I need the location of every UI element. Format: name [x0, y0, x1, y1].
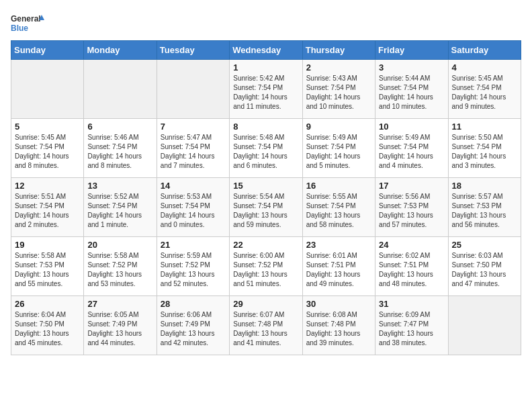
cell-content: Sunrise: 6:09 AMSunset: 7:47 PMDaylight:…: [379, 310, 444, 348]
calendar-cell: 16Sunrise: 5:55 AMSunset: 7:54 PMDayligh…: [302, 178, 375, 237]
svg-text:Blue: Blue: [11, 24, 28, 33]
calendar-cell: [157, 60, 229, 119]
day-number: 6: [87, 122, 152, 132]
day-number: 18: [452, 181, 517, 191]
calendar-cell: 18Sunrise: 5:57 AMSunset: 7:53 PMDayligh…: [448, 178, 521, 237]
cell-content: Sunrise: 6:03 AMSunset: 7:50 PMDaylight:…: [452, 251, 517, 289]
cell-content: Sunrise: 5:49 AMSunset: 7:54 PMDaylight:…: [379, 133, 444, 171]
calendar-cell: 24Sunrise: 6:02 AMSunset: 7:51 PMDayligh…: [375, 237, 448, 296]
cell-content: Sunrise: 6:06 AMSunset: 7:49 PMDaylight:…: [161, 310, 226, 348]
day-header-saturday: Saturday: [448, 41, 521, 60]
cell-content: Sunrise: 5:56 AMSunset: 7:53 PMDaylight:…: [379, 192, 444, 230]
day-header-sunday: Sunday: [11, 41, 84, 60]
calendar-cell: 17Sunrise: 5:56 AMSunset: 7:53 PMDayligh…: [375, 178, 448, 237]
day-number: 12: [15, 181, 80, 191]
day-header-friday: Friday: [375, 41, 448, 60]
day-number: 23: [306, 240, 371, 250]
calendar-cell: 20Sunrise: 5:58 AMSunset: 7:52 PMDayligh…: [84, 237, 157, 296]
cell-content: Sunrise: 6:01 AMSunset: 7:51 PMDaylight:…: [306, 251, 371, 289]
calendar-cell: 8Sunrise: 5:48 AMSunset: 7:54 PMDaylight…: [230, 119, 302, 178]
day-number: 1: [233, 62, 298, 73]
calendar-cell: 3Sunrise: 5:44 AMSunset: 7:54 PMDaylight…: [375, 60, 448, 119]
cell-content: Sunrise: 5:45 AMSunset: 7:54 PMDaylight:…: [452, 74, 517, 111]
calendar-cell: 11Sunrise: 5:50 AMSunset: 7:54 PMDayligh…: [448, 119, 521, 178]
cell-content: Sunrise: 5:51 AMSunset: 7:54 PMDaylight:…: [15, 192, 80, 230]
cell-content: Sunrise: 5:48 AMSunset: 7:54 PMDaylight:…: [233, 133, 298, 171]
day-number: 19: [15, 240, 80, 250]
logo: General Blue: [11, 11, 44, 38]
calendar-cell: 28Sunrise: 6:06 AMSunset: 7:49 PMDayligh…: [157, 296, 229, 355]
day-number: 31: [379, 299, 444, 309]
header-row: SundayMondayTuesdayWednesdayThursdayFrid…: [11, 41, 521, 60]
day-number: 7: [161, 122, 226, 132]
day-number: 16: [306, 181, 371, 191]
day-header-tuesday: Tuesday: [157, 41, 229, 60]
day-header-monday: Monday: [84, 41, 157, 60]
cell-content: Sunrise: 6:05 AMSunset: 7:49 PMDaylight:…: [87, 310, 152, 348]
cell-content: Sunrise: 6:08 AMSunset: 7:48 PMDaylight:…: [306, 310, 371, 348]
week-row-4: 19Sunrise: 5:58 AMSunset: 7:53 PMDayligh…: [11, 237, 521, 296]
day-number: 29: [233, 299, 298, 309]
cell-content: Sunrise: 6:07 AMSunset: 7:48 PMDaylight:…: [233, 310, 298, 348]
cell-content: Sunrise: 5:58 AMSunset: 7:53 PMDaylight:…: [15, 251, 80, 289]
cell-content: Sunrise: 5:54 AMSunset: 7:54 PMDaylight:…: [233, 192, 298, 230]
calendar-cell: 12Sunrise: 5:51 AMSunset: 7:54 PMDayligh…: [11, 178, 84, 237]
calendar-cell: 9Sunrise: 5:49 AMSunset: 7:54 PMDaylight…: [302, 119, 375, 178]
week-row-2: 5Sunrise: 5:45 AMSunset: 7:54 PMDaylight…: [11, 119, 521, 178]
day-number: 24: [379, 240, 444, 250]
calendar-cell: 14Sunrise: 5:53 AMSunset: 7:54 PMDayligh…: [157, 178, 229, 237]
calendar-cell: 30Sunrise: 6:08 AMSunset: 7:48 PMDayligh…: [302, 296, 375, 355]
cell-content: Sunrise: 5:58 AMSunset: 7:52 PMDaylight:…: [87, 251, 152, 289]
day-number: 20: [87, 240, 152, 250]
day-number: 10: [379, 122, 444, 132]
cell-content: Sunrise: 6:02 AMSunset: 7:51 PMDaylight:…: [379, 251, 444, 289]
day-number: 11: [452, 122, 517, 132]
cell-content: Sunrise: 6:00 AMSunset: 7:52 PMDaylight:…: [233, 251, 298, 289]
calendar-cell: 23Sunrise: 6:01 AMSunset: 7:51 PMDayligh…: [302, 237, 375, 296]
day-header-thursday: Thursday: [302, 41, 375, 60]
day-number: 25: [452, 240, 517, 250]
calendar-cell: 6Sunrise: 5:46 AMSunset: 7:54 PMDaylight…: [84, 119, 157, 178]
calendar-cell: 29Sunrise: 6:07 AMSunset: 7:48 PMDayligh…: [230, 296, 302, 355]
calendar-cell: 15Sunrise: 5:54 AMSunset: 7:54 PMDayligh…: [230, 178, 302, 237]
logo-svg: General Blue: [11, 11, 44, 38]
day-number: 28: [161, 299, 226, 309]
day-number: 4: [452, 62, 517, 73]
calendar-cell: 19Sunrise: 5:58 AMSunset: 7:53 PMDayligh…: [11, 237, 84, 296]
calendar-cell: 13Sunrise: 5:52 AMSunset: 7:54 PMDayligh…: [84, 178, 157, 237]
calendar-cell: 26Sunrise: 6:04 AMSunset: 7:50 PMDayligh…: [11, 296, 84, 355]
day-header-wednesday: Wednesday: [230, 41, 302, 60]
day-number: 8: [233, 122, 298, 132]
cell-content: Sunrise: 5:45 AMSunset: 7:54 PMDaylight:…: [15, 133, 80, 171]
cell-content: Sunrise: 5:42 AMSunset: 7:54 PMDaylight:…: [233, 74, 298, 111]
day-number: 5: [15, 122, 80, 132]
cell-content: Sunrise: 5:49 AMSunset: 7:54 PMDaylight:…: [306, 133, 371, 171]
calendar-cell: 22Sunrise: 6:00 AMSunset: 7:52 PMDayligh…: [230, 237, 302, 296]
day-number: 26: [15, 299, 80, 309]
cell-content: Sunrise: 6:04 AMSunset: 7:50 PMDaylight:…: [15, 310, 80, 348]
cell-content: Sunrise: 5:50 AMSunset: 7:54 PMDaylight:…: [452, 133, 517, 171]
day-number: 13: [87, 181, 152, 191]
cell-content: Sunrise: 5:47 AMSunset: 7:54 PMDaylight:…: [161, 133, 226, 171]
calendar-cell: 4Sunrise: 5:45 AMSunset: 7:54 PMDaylight…: [448, 60, 521, 119]
cell-content: Sunrise: 5:59 AMSunset: 7:52 PMDaylight:…: [161, 251, 226, 289]
cell-content: Sunrise: 5:52 AMSunset: 7:54 PMDaylight:…: [87, 192, 152, 230]
week-row-1: 1Sunrise: 5:42 AMSunset: 7:54 PMDaylight…: [11, 60, 521, 119]
calendar-cell: 27Sunrise: 6:05 AMSunset: 7:49 PMDayligh…: [84, 296, 157, 355]
calendar-cell: [448, 296, 521, 355]
calendar-cell: 25Sunrise: 6:03 AMSunset: 7:50 PMDayligh…: [448, 237, 521, 296]
day-number: 9: [306, 122, 371, 132]
day-number: 14: [161, 181, 226, 191]
calendar-cell: 5Sunrise: 5:45 AMSunset: 7:54 PMDaylight…: [11, 119, 84, 178]
day-number: 22: [233, 240, 298, 250]
day-number: 2: [306, 62, 371, 73]
day-number: 15: [233, 181, 298, 191]
day-number: 21: [161, 240, 226, 250]
week-row-3: 12Sunrise: 5:51 AMSunset: 7:54 PMDayligh…: [11, 178, 521, 237]
calendar-cell: 1Sunrise: 5:42 AMSunset: 7:54 PMDaylight…: [230, 60, 302, 119]
calendar-cell: 2Sunrise: 5:43 AMSunset: 7:54 PMDaylight…: [302, 60, 375, 119]
svg-text:General: General: [11, 14, 41, 24]
day-number: 30: [306, 299, 371, 309]
day-number: 17: [379, 181, 444, 191]
cell-content: Sunrise: 5:43 AMSunset: 7:54 PMDaylight:…: [306, 74, 371, 111]
